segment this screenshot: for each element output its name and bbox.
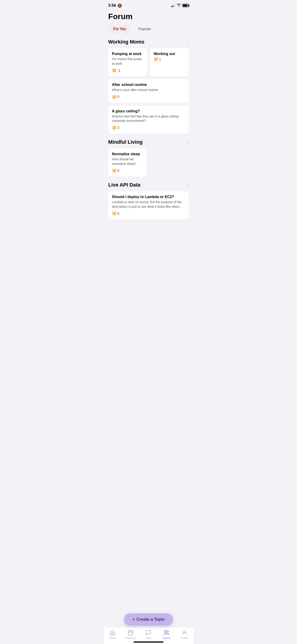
section-title-live-api-data: Live API Data xyxy=(108,182,140,188)
vote-count: 3 xyxy=(118,126,119,130)
section-mindful-living: Mindful Living › Normalize sleep How sho… xyxy=(108,139,189,176)
vote-count: 1 xyxy=(159,57,161,61)
card-title: Normalize sleep xyxy=(112,152,143,156)
card-subtitle: For moms that pump at work xyxy=(112,57,144,66)
vote-icon: 💥 xyxy=(112,68,116,72)
card-working-out[interactable]: Working out 💥 1 xyxy=(150,48,189,76)
vote-count: 0 xyxy=(118,169,119,172)
card-subtitle: Lambda to start of course, but the purpo… xyxy=(112,200,185,209)
card-title: Working out xyxy=(154,52,185,56)
section-live-api-data: Live API Data › Should I deploy to Lambd… xyxy=(108,182,189,219)
card-subtitle: What is your after school routine xyxy=(112,88,185,92)
wifi-icon xyxy=(177,4,181,8)
bell-icon: 🔕 xyxy=(118,4,122,8)
chevron-right-icon[interactable]: › xyxy=(188,140,189,144)
card-after-school[interactable]: After school routine What is your after … xyxy=(108,79,189,103)
vote-icon: 💥 xyxy=(112,95,116,99)
card-votes: 💥 0 xyxy=(112,211,185,216)
section-header-live-api-data: Live API Data › xyxy=(108,182,189,188)
section-title-mindful-living: Mindful Living xyxy=(108,139,142,145)
card-subtitle: How should we normalize sleep? xyxy=(112,157,143,166)
status-bar: 3:56 🔕 xyxy=(104,0,194,10)
card-glass-ceiling[interactable]: A glass ceiling? Anyone else feel like t… xyxy=(108,106,189,134)
card-title: A glass ceiling? xyxy=(112,109,185,113)
signal-icon xyxy=(171,4,176,7)
section-title-working-moms: Working Moms xyxy=(108,39,144,45)
vote-count: 0 xyxy=(118,212,119,215)
vote-count: 0 xyxy=(118,95,119,98)
card-title: After school routine xyxy=(112,83,185,87)
vote-icon: 💥 xyxy=(154,57,158,61)
tab-for-you[interactable]: For You xyxy=(108,25,131,34)
card-normalize-sleep[interactable]: Normalize sleep How should we normalize … xyxy=(108,148,147,176)
section-header-working-moms: Working Moms › xyxy=(108,39,189,45)
section-header-mindful-living: Mindful Living › xyxy=(108,139,189,145)
battery-icon xyxy=(182,4,189,7)
chevron-right-icon[interactable]: › xyxy=(188,183,189,188)
card-subtitle: Anyone else feel like they are in a glas… xyxy=(112,114,185,123)
card-votes: 💥 0 xyxy=(112,95,185,99)
card-title: Should I deploy to Lambda or EC2? xyxy=(112,195,185,199)
page-title: Forum xyxy=(108,12,189,21)
vote-icon: 💥 xyxy=(112,126,116,130)
tab-popular[interactable]: Popular xyxy=(133,25,156,34)
tab-bar: For You Popular xyxy=(108,25,189,34)
card-votes: 💥 -1 xyxy=(112,68,144,72)
section-working-moms: Working Moms › Pumping at work For moms … xyxy=(108,39,189,134)
card-votes: 💥 1 xyxy=(154,57,185,61)
chevron-right-icon[interactable]: › xyxy=(188,40,189,44)
card-title: Pumping at work xyxy=(112,52,144,56)
card-votes: 💥 0 xyxy=(112,168,143,173)
vote-count: -1 xyxy=(118,69,120,72)
card-lambda-ec2[interactable]: Should I deploy to Lambda or EC2? Lambda… xyxy=(108,191,189,219)
vote-icon: 💥 xyxy=(112,211,116,216)
main-content: Forum For You Popular Working Moms › Pum… xyxy=(104,10,194,248)
vote-icon: 💥 xyxy=(112,168,116,173)
status-icons xyxy=(171,4,189,8)
status-time: 3:56 xyxy=(108,3,116,8)
card-votes: 💥 3 xyxy=(112,126,185,130)
cards-row-working-moms: Pumping at work For moms that pump at wo… xyxy=(108,48,189,76)
card-pumping-at-work[interactable]: Pumping at work For moms that pump at wo… xyxy=(108,48,147,76)
